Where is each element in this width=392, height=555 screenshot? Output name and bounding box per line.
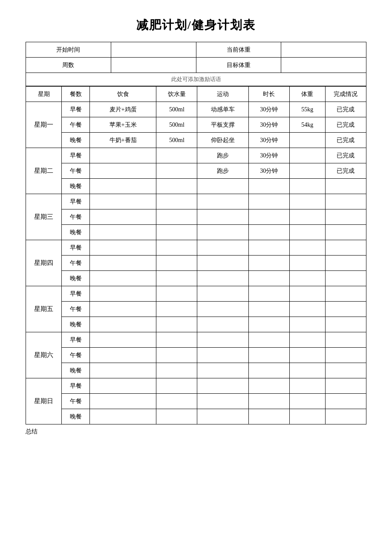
duration-cell: [248, 317, 289, 332]
water-cell: [156, 179, 197, 194]
table-row: 晚餐: [26, 179, 366, 194]
duration-cell: [248, 302, 289, 317]
weight-cell: [289, 302, 325, 317]
exercise-cell: [197, 409, 248, 424]
weight-cell: [289, 348, 325, 363]
food-cell: [90, 394, 156, 409]
meal-cell: 午餐: [62, 209, 90, 225]
duration-cell: [248, 394, 289, 409]
table-row: 星期六早餐: [26, 332, 366, 348]
duration-cell: [248, 209, 289, 225]
water-cell: [156, 409, 197, 424]
exercise-cell: 仰卧起坐: [197, 133, 248, 148]
exercise-cell: [197, 348, 248, 363]
meal-cell: 晚餐: [62, 363, 90, 378]
duration-cell: 30分钟: [248, 102, 289, 117]
duration-cell: 30分钟: [248, 133, 289, 148]
weight-cell: [289, 163, 325, 179]
header-exercise: 运动: [197, 87, 248, 102]
status-cell: [325, 194, 366, 209]
day-cell: 星期三: [26, 194, 62, 240]
meal-cell: 午餐: [62, 348, 90, 363]
food-cell: [90, 286, 156, 302]
meal-cell: 午餐: [62, 302, 90, 317]
meal-cell: 午餐: [62, 163, 90, 179]
table-row: 晚餐: [26, 363, 366, 378]
meal-cell: 午餐: [62, 256, 90, 271]
exercise-cell: 跑步: [197, 163, 248, 179]
duration-cell: [248, 348, 289, 363]
current-weight-label: 当前体重: [196, 42, 281, 58]
page-title: 减肥计划/健身计划表: [26, 17, 366, 33]
weeks-value: [111, 58, 196, 73]
table-row: 午餐: [26, 302, 366, 317]
meal-cell: 早餐: [62, 378, 90, 394]
table-row: 晚餐牛奶+番茄500ml仰卧起坐30分钟已完成: [26, 133, 366, 148]
table-row: 午餐: [26, 256, 366, 271]
water-cell: [156, 302, 197, 317]
weight-cell: [289, 240, 325, 256]
food-cell: [90, 179, 156, 194]
meal-cell: 早餐: [62, 332, 90, 348]
exercise-cell: [197, 332, 248, 348]
exercise-cell: [197, 302, 248, 317]
water-cell: 500ml: [156, 133, 197, 148]
header-day: 星期: [26, 87, 62, 102]
duration-cell: [248, 271, 289, 286]
food-cell: 麦片+鸡蛋: [90, 102, 156, 117]
status-cell: [325, 394, 366, 409]
weight-cell: [289, 409, 325, 424]
exercise-cell: 跑步: [197, 148, 248, 163]
status-cell: [325, 348, 366, 363]
food-cell: [90, 148, 156, 163]
food-cell: [90, 348, 156, 363]
status-cell: 已完成: [325, 117, 366, 133]
table-row: 星期三早餐: [26, 194, 366, 209]
table-row: 晚餐: [26, 409, 366, 424]
weight-cell: [289, 256, 325, 271]
day-cell: 星期一: [26, 102, 62, 148]
food-cell: [90, 378, 156, 394]
exercise-cell: [197, 394, 248, 409]
table-row: 星期日早餐: [26, 378, 366, 394]
water-cell: [156, 348, 197, 363]
weight-cell: [289, 317, 325, 332]
duration-cell: 30分钟: [248, 163, 289, 179]
header-weight: 体重: [289, 87, 325, 102]
status-cell: [325, 209, 366, 225]
table-row: 星期五早餐: [26, 286, 366, 302]
food-cell: [90, 240, 156, 256]
weight-cell: 55kg: [289, 102, 325, 117]
day-cell: 星期二: [26, 148, 62, 194]
start-time-label: 开始时间: [26, 42, 111, 58]
water-cell: 500ml: [156, 117, 197, 133]
table-row: 晚餐: [26, 317, 366, 332]
meal-cell: 早餐: [62, 194, 90, 209]
table-row: 晚餐: [26, 271, 366, 286]
water-cell: [156, 148, 197, 163]
water-cell: [156, 286, 197, 302]
header-food: 饮食: [90, 87, 156, 102]
water-cell: [156, 240, 197, 256]
duration-cell: [248, 225, 289, 240]
exercise-cell: [197, 209, 248, 225]
water-cell: [156, 378, 197, 394]
exercise-cell: [197, 363, 248, 378]
weight-cell: [289, 286, 325, 302]
duration-cell: [248, 194, 289, 209]
weight-cell: 54kg: [289, 117, 325, 133]
food-cell: [90, 194, 156, 209]
weeks-label: 周数: [26, 58, 111, 73]
water-cell: [156, 209, 197, 225]
meal-cell: 晚餐: [62, 179, 90, 194]
meal-cell: 早餐: [62, 286, 90, 302]
weight-cell: [289, 194, 325, 209]
status-cell: [325, 256, 366, 271]
table-row: 星期二早餐跑步30分钟已完成: [26, 148, 366, 163]
meal-cell: 晚餐: [62, 225, 90, 240]
water-cell: [156, 271, 197, 286]
weight-cell: [289, 133, 325, 148]
meal-cell: 晚餐: [62, 133, 90, 148]
weight-cell: [289, 148, 325, 163]
duration-cell: 30分钟: [248, 148, 289, 163]
